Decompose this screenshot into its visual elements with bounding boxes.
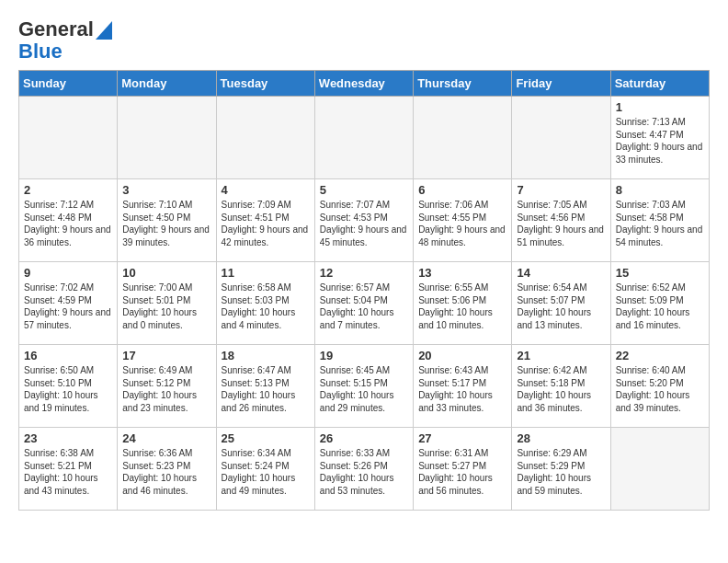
week-row-5: 23Sunrise: 6:38 AM Sunset: 5:21 PM Dayli… [19,428,710,511]
day-number: 24 [122,431,210,445]
calendar-cell: 24Sunrise: 6:36 AM Sunset: 5:23 PM Dayli… [118,428,216,511]
day-number: 10 [122,266,210,280]
calendar-cell: 10Sunrise: 7:00 AM Sunset: 5:01 PM Dayli… [118,262,216,345]
day-number: 15 [616,266,704,280]
calendar-cell: 13Sunrise: 6:55 AM Sunset: 5:06 PM Dayli… [414,262,512,345]
day-number: 26 [320,431,408,445]
day-number: 12 [320,266,408,280]
calendar-cell: 25Sunrise: 6:34 AM Sunset: 5:24 PM Dayli… [216,428,314,511]
week-row-4: 16Sunrise: 6:50 AM Sunset: 5:10 PM Dayli… [19,345,710,428]
day-number: 28 [517,431,605,445]
day-number: 27 [418,431,506,445]
day-info: Sunrise: 6:33 AM Sunset: 5:26 PM Dayligh… [320,447,408,497]
calendar-cell: 11Sunrise: 6:58 AM Sunset: 5:03 PM Dayli… [216,262,314,345]
calendar-body: 1Sunrise: 7:13 AM Sunset: 4:47 PM Daylig… [19,97,710,511]
calendar-cell: 22Sunrise: 6:40 AM Sunset: 5:20 PM Dayli… [610,345,709,428]
column-header-tuesday: Tuesday [216,71,314,97]
day-number: 21 [517,349,605,362]
week-row-1: 1Sunrise: 7:13 AM Sunset: 4:47 PM Daylig… [19,97,710,179]
column-header-saturday: Saturday [610,71,709,97]
day-info: Sunrise: 6:55 AM Sunset: 5:06 PM Dayligh… [418,282,506,331]
calendar-cell [314,97,413,179]
week-row-2: 2Sunrise: 7:12 AM Sunset: 4:48 PM Daylig… [19,179,710,262]
day-info: Sunrise: 7:09 AM Sunset: 4:51 PM Dayligh… [222,199,310,248]
calendar-cell: 26Sunrise: 6:33 AM Sunset: 5:26 PM Dayli… [314,428,413,511]
day-info: Sunrise: 6:49 AM Sunset: 5:12 PM Dayligh… [122,364,210,414]
day-info: Sunrise: 6:43 AM Sunset: 5:17 PM Dayligh… [418,364,506,414]
calendar-cell: 21Sunrise: 6:42 AM Sunset: 5:18 PM Dayli… [512,345,610,428]
day-info: Sunrise: 6:47 AM Sunset: 5:13 PM Dayligh… [222,364,310,414]
calendar-cell: 8Sunrise: 7:03 AM Sunset: 4:58 PM Daylig… [610,179,709,262]
page-header: General Blue [18,18,710,63]
day-info: Sunrise: 7:02 AM Sunset: 4:59 PM Dayligh… [24,282,112,331]
day-info: Sunrise: 6:38 AM Sunset: 5:21 PM Dayligh… [24,447,112,497]
calendar-cell: 6Sunrise: 7:06 AM Sunset: 4:55 PM Daylig… [414,179,512,262]
day-info: Sunrise: 6:31 AM Sunset: 5:27 PM Dayligh… [418,447,506,497]
day-info: Sunrise: 7:05 AM Sunset: 4:56 PM Dayligh… [517,199,605,248]
day-info: Sunrise: 7:03 AM Sunset: 4:58 PM Dayligh… [616,199,704,248]
calendar-table: SundayMondayTuesdayWednesdayThursdayFrid… [18,70,710,511]
day-number: 22 [616,349,704,362]
calendar-cell: 19Sunrise: 6:45 AM Sunset: 5:15 PM Dayli… [314,345,413,428]
calendar-cell [19,97,118,179]
column-header-sunday: Sunday [19,71,118,97]
day-info: Sunrise: 6:54 AM Sunset: 5:07 PM Dayligh… [517,282,605,331]
column-header-friday: Friday [512,71,610,97]
day-number: 25 [222,431,310,445]
column-header-thursday: Thursday [414,71,512,97]
day-info: Sunrise: 7:07 AM Sunset: 4:53 PM Dayligh… [320,199,408,248]
day-info: Sunrise: 6:34 AM Sunset: 5:24 PM Dayligh… [222,447,310,497]
day-info: Sunrise: 6:36 AM Sunset: 5:23 PM Dayligh… [122,447,210,497]
day-number: 19 [320,349,408,362]
day-number: 4 [222,183,310,197]
day-number: 2 [24,183,112,197]
day-info: Sunrise: 6:50 AM Sunset: 5:10 PM Dayligh… [24,364,112,414]
day-info: Sunrise: 7:10 AM Sunset: 4:50 PM Dayligh… [122,199,210,248]
calendar-cell [610,428,709,511]
logo-general: General [18,18,94,40]
day-info: Sunrise: 6:58 AM Sunset: 5:03 PM Dayligh… [222,282,310,331]
calendar-cell [118,97,216,179]
day-info: Sunrise: 7:12 AM Sunset: 4:48 PM Dayligh… [24,199,112,248]
calendar-cell [414,97,512,179]
calendar-cell: 5Sunrise: 7:07 AM Sunset: 4:53 PM Daylig… [314,179,413,262]
calendar-cell: 3Sunrise: 7:10 AM Sunset: 4:50 PM Daylig… [118,179,216,262]
day-number: 16 [24,349,112,362]
logo: General Blue [18,18,112,63]
calendar-cell: 12Sunrise: 6:57 AM Sunset: 5:04 PM Dayli… [314,262,413,345]
day-number: 11 [222,266,310,280]
day-number: 13 [418,266,506,280]
calendar-cell [216,97,314,179]
calendar-cell: 20Sunrise: 6:43 AM Sunset: 5:17 PM Dayli… [414,345,512,428]
svg-marker-0 [96,21,112,40]
column-header-wednesday: Wednesday [314,71,413,97]
day-number: 20 [418,349,506,362]
day-info: Sunrise: 7:00 AM Sunset: 5:01 PM Dayligh… [122,282,210,331]
calendar-cell: 2Sunrise: 7:12 AM Sunset: 4:48 PM Daylig… [19,179,118,262]
day-info: Sunrise: 7:06 AM Sunset: 4:55 PM Dayligh… [418,199,506,248]
logo-triangle-icon [96,21,112,40]
day-number: 14 [517,266,605,280]
calendar-cell: 17Sunrise: 6:49 AM Sunset: 5:12 PM Dayli… [118,345,216,428]
day-number: 9 [24,266,112,280]
calendar-cell: 23Sunrise: 6:38 AM Sunset: 5:21 PM Dayli… [19,428,118,511]
day-number: 7 [517,183,605,197]
day-number: 1 [616,100,704,114]
calendar-cell: 28Sunrise: 6:29 AM Sunset: 5:29 PM Dayli… [512,428,610,511]
calendar-cell: 15Sunrise: 6:52 AM Sunset: 5:09 PM Dayli… [610,262,709,345]
day-number: 3 [122,183,210,197]
calendar-cell: 18Sunrise: 6:47 AM Sunset: 5:13 PM Dayli… [216,345,314,428]
calendar-cell: 14Sunrise: 6:54 AM Sunset: 5:07 PM Dayli… [512,262,610,345]
day-info: Sunrise: 6:45 AM Sunset: 5:15 PM Dayligh… [320,364,408,414]
day-number: 5 [320,183,408,197]
calendar-cell: 4Sunrise: 7:09 AM Sunset: 4:51 PM Daylig… [216,179,314,262]
day-info: Sunrise: 6:40 AM Sunset: 5:20 PM Dayligh… [616,364,704,414]
calendar-header: SundayMondayTuesdayWednesdayThursdayFrid… [19,71,710,97]
calendar-cell: 16Sunrise: 6:50 AM Sunset: 5:10 PM Dayli… [19,345,118,428]
calendar-cell [512,97,610,179]
day-info: Sunrise: 6:57 AM Sunset: 5:04 PM Dayligh… [320,282,408,331]
calendar-cell: 1Sunrise: 7:13 AM Sunset: 4:47 PM Daylig… [610,97,709,179]
day-number: 8 [616,183,704,197]
day-number: 18 [222,349,310,362]
header-row: SundayMondayTuesdayWednesdayThursdayFrid… [19,71,710,97]
